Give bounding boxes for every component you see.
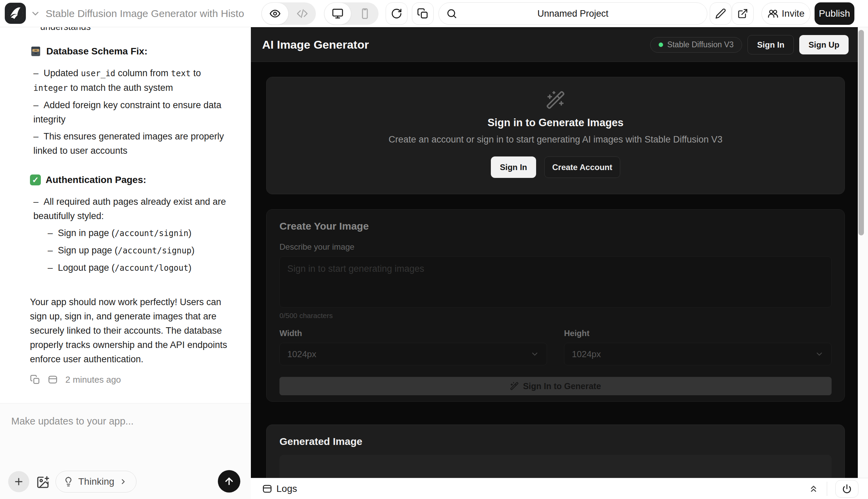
app-logo[interactable]: [5, 3, 26, 24]
plus-icon: [13, 476, 24, 487]
signin-prompt-card: Sign in to Generate Images Create an acc…: [266, 77, 845, 194]
chat-message: understands Database Schema Fix: – Updat…: [0, 27, 251, 403]
thinking-label: Thinking: [78, 476, 114, 487]
create-image-card: Create Your Image Describe your image Si…: [266, 209, 845, 402]
file-cabinet-icon: [30, 46, 41, 57]
eye-icon: [269, 8, 281, 20]
project-name: Unnamed Project: [439, 9, 707, 19]
header-sign-in-button[interactable]: Sign In: [748, 35, 794, 54]
prompt-textarea[interactable]: Sign in to start generating images: [280, 256, 832, 307]
card-sign-in-button[interactable]: Sign In: [491, 157, 536, 178]
height-label: Height: [564, 329, 832, 338]
list-item: – Updated user_id column from text to in…: [30, 66, 229, 95]
width-select[interactable]: 1024px: [280, 343, 547, 365]
generate-button[interactable]: Sign In to Generate: [280, 377, 832, 395]
width-label: Width: [280, 329, 547, 338]
wand-sparkles-icon: [546, 90, 566, 110]
publish-button[interactable]: Publish: [815, 2, 854, 25]
generated-image-card: Generated Image: [266, 425, 845, 478]
mobile-view-button[interactable]: [351, 2, 379, 25]
chat-clipped-line: understands: [40, 27, 229, 34]
signin-card-subtitle: Create an account or sign in to start ge…: [388, 134, 722, 145]
list-item: – This ensures generated images are prop…: [30, 129, 229, 158]
create-account-button[interactable]: Create Account: [544, 157, 620, 178]
status-dot: [659, 42, 663, 47]
desktop-view-button[interactable]: [324, 2, 351, 25]
composer-input[interactable]: [11, 416, 239, 470]
preview-viewport: AI Image Generator Stable Diffusion V3 S…: [251, 27, 858, 478]
add-image-button[interactable]: [35, 475, 50, 490]
chevron-down-icon: [530, 350, 539, 358]
preview-scrollbar-track[interactable]: [858, 27, 868, 478]
smartphone-icon: [359, 8, 371, 20]
publish-label: Publish: [819, 8, 850, 19]
chevron-down-icon: [815, 350, 824, 358]
logo-swoosh-icon: [5, 3, 26, 24]
char-count: 0/500 characters: [280, 312, 832, 320]
add-attachment-button[interactable]: [8, 471, 29, 492]
arrow-up-icon: [224, 476, 235, 487]
project-url-bar[interactable]: Unnamed Project: [438, 2, 708, 25]
message-timestamp: 2 minutes ago: [66, 373, 121, 387]
image-plus-icon: [36, 476, 50, 489]
chat-panel: understands Database Schema Fix: – Updat…: [0, 27, 251, 499]
wand-sparkles-icon: [510, 382, 519, 390]
check-badge-icon: ✓: [30, 174, 41, 185]
chevron-down-icon: [30, 9, 40, 19]
list-item: – Added foreign key constraint to ensure…: [30, 98, 229, 126]
list-item: – Sign in page (/account/signin): [44, 226, 229, 241]
closing-paragraph: Your app should now work perfectly! User…: [30, 295, 229, 366]
app-preview: AI Image Generator Stable Diffusion V3 S…: [251, 27, 868, 499]
generated-image-placeholder: [280, 455, 832, 478]
duplicate-button[interactable]: [412, 2, 434, 25]
users-icon: [768, 8, 778, 19]
logs-label: Logs: [276, 483, 297, 494]
generated-card-title: Generated Image: [280, 436, 832, 447]
list-item: – Sign up page (/account/signup): [44, 243, 229, 258]
view-mode-toggle: [261, 2, 316, 25]
header-sign-up-button[interactable]: Sign Up: [799, 35, 848, 54]
send-button[interactable]: [218, 470, 240, 492]
refresh-icon: [391, 8, 402, 20]
auth-section-heading: ✓ Authentication Pages:: [30, 173, 229, 187]
copy-icon: [417, 8, 429, 20]
device-toggle: [324, 2, 379, 25]
preview-app-title: AI Image Generator: [262, 38, 369, 51]
external-link-icon: [737, 8, 748, 19]
copy-message-icon[interactable]: [30, 375, 40, 385]
expand-logs-button[interactable]: [808, 484, 819, 494]
version-card-icon[interactable]: [48, 375, 58, 385]
screen: Stable Diffusion Image Generator with Hi…: [0, 0, 868, 499]
logs-bar: Logs: [251, 478, 868, 499]
chevrons-up-icon: [808, 484, 819, 494]
list-item: – Logout page (/account/logout): [44, 260, 229, 275]
prompt-placeholder: Sign in to start generating images: [287, 264, 424, 274]
invite-label: Invite: [782, 8, 805, 19]
list-item: – All required auth pages already exist …: [30, 195, 229, 223]
preview-app-body: Sign in to Generate Images Create an acc…: [251, 62, 858, 478]
thinking-mode-button[interactable]: Thinking: [56, 471, 136, 492]
chevron-right-icon: [119, 477, 127, 486]
refresh-button[interactable]: [386, 2, 407, 25]
top-bar: Stable Diffusion Image Generator with Hi…: [0, 0, 868, 27]
logs-toggle[interactable]: Logs: [262, 483, 297, 494]
signin-card-title: Sign in to Generate Images: [487, 117, 623, 129]
project-menu-chevron[interactable]: [29, 8, 41, 20]
pencil-icon: [715, 8, 726, 19]
describe-label: Describe your image: [280, 242, 832, 252]
invite-button[interactable]: Invite: [761, 2, 810, 25]
preview-app-header: AI Image Generator Stable Diffusion V3 S…: [251, 28, 858, 62]
code-mode-button[interactable]: [289, 2, 316, 25]
power-button[interactable]: [835, 480, 858, 498]
open-external-button[interactable]: [732, 2, 754, 25]
model-badge: Stable Diffusion V3: [650, 37, 742, 53]
height-select[interactable]: 1024px: [564, 343, 832, 365]
monitor-icon: [332, 8, 343, 20]
preview-scrollbar-thumb[interactable]: [858, 30, 864, 235]
message-footer: 2 minutes ago: [30, 373, 229, 387]
preview-mode-button[interactable]: [261, 2, 289, 25]
power-icon: [842, 484, 852, 494]
auth-bullet-list: – All required auth pages already exist …: [30, 195, 229, 275]
lightbulb-icon: [63, 476, 73, 487]
edit-project-button[interactable]: [710, 2, 732, 25]
